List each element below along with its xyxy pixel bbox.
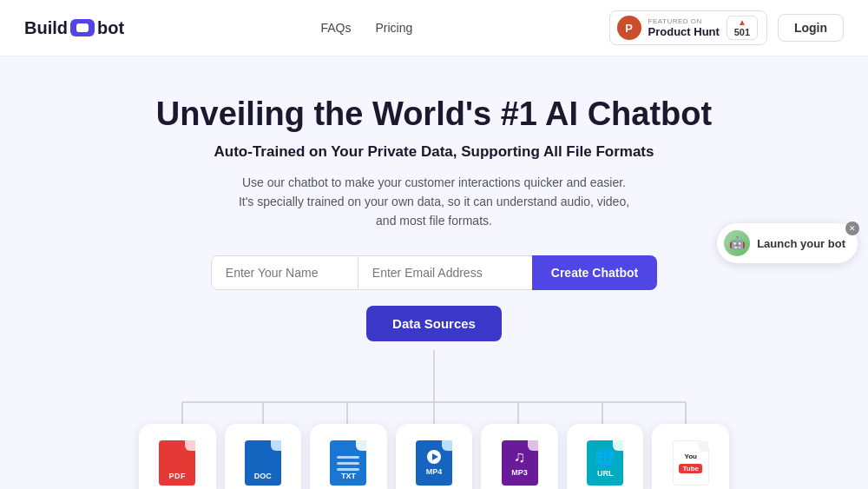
pdf-icon: PDF — [154, 437, 201, 489]
create-chatbot-button[interactable]: Create Chatbot — [532, 255, 657, 290]
mp4-play-icon — [427, 450, 441, 464]
ph-name: Product Hunt — [648, 25, 720, 38]
ph-arrow-icon: ▲ — [738, 18, 746, 27]
name-input[interactable] — [211, 255, 358, 290]
email-input[interactable] — [358, 255, 532, 290]
txt-icon-body: TXT — [330, 440, 366, 486]
product-hunt-badge[interactable]: P FEATURED ON Product Hunt ▲ 501 — [609, 10, 767, 45]
navbar: Buildbot FAQs Pricing P FEATURED ON Prod… — [0, 0, 868, 56]
ph-logo: P — [617, 16, 641, 40]
url-icon: 🌐 URL — [582, 437, 628, 489]
url-globe-icon: 🌐 — [595, 448, 615, 467]
yt-icon-body: You Tube — [673, 440, 709, 486]
mp3-icon-body: ♫ MP3 — [502, 440, 538, 486]
url-label: URL — [597, 469, 614, 478]
logo: Buildbot — [24, 18, 124, 38]
doc-icon-body: DOC — [245, 440, 281, 486]
txt-line-1 — [337, 456, 359, 459]
launch-bot-close-icon[interactable]: ✕ — [845, 221, 859, 235]
mp3-card: ♫ MP3 — [481, 424, 558, 489]
launch-bot-widget[interactable]: 🤖 Launch your bot ✕ — [717, 223, 858, 263]
txt-line-2 — [337, 462, 359, 465]
nav-links: FAQs Pricing — [320, 21, 412, 35]
doc-card: DOC — [225, 424, 302, 489]
mp3-label: MP3 — [511, 468, 528, 477]
cta-form: Create Chatbot — [17, 255, 851, 290]
pdf-card: PDF — [139, 424, 216, 489]
txt-icon: TXT — [325, 437, 372, 489]
ph-featured-text: FEATURED ON — [648, 17, 720, 25]
txt-lines — [337, 456, 359, 474]
pdf-label: PDF — [169, 472, 187, 480]
logo-bot: bot — [97, 18, 124, 38]
txt-card: TXT — [310, 424, 387, 489]
txt-line-3 — [337, 468, 359, 471]
ph-votes: ▲ 501 — [727, 16, 758, 40]
pdf-icon-body: PDF — [159, 440, 195, 486]
mp3-note-icon: ♫ — [514, 448, 526, 466]
logo-build: Build — [24, 18, 68, 38]
ph-vote-count: 501 — [734, 27, 750, 37]
mp4-card: MP4 — [396, 424, 473, 489]
login-button[interactable]: Login — [778, 14, 844, 42]
tree-container: PDF DOC — [0, 350, 868, 489]
mp4-icon-body: MP4 — [416, 440, 452, 486]
hero-heading: Unveiling the World's #1 AI Chatbot — [17, 95, 851, 135]
ph-text-block: FEATURED ON Product Hunt — [648, 17, 720, 38]
youtube-card: You Tube — [652, 424, 729, 489]
logo-icon — [70, 19, 95, 36]
youtube-icon: You Tube — [667, 437, 714, 489]
nav-link-pricing[interactable]: Pricing — [375, 21, 412, 35]
data-sources-button[interactable]: Data Sources — [366, 306, 502, 341]
hero-section: Unveiling the World's #1 AI Chatbot Auto… — [0, 56, 868, 350]
url-card: 🌐 URL — [567, 424, 644, 489]
nav-link-faqs[interactable]: FAQs — [320, 21, 351, 35]
mp4-icon: MP4 — [411, 437, 457, 489]
yt-tube-label: Tube — [679, 464, 702, 473]
hero-description: Use our chatbot to make your customer in… — [234, 173, 634, 231]
doc-icon: DOC — [240, 437, 286, 489]
launch-bot-avatar: 🤖 — [724, 230, 750, 256]
launch-bot-label: Launch your bot — [757, 237, 845, 250]
mp3-icon: ♫ MP3 — [496, 437, 543, 489]
data-sources-section: PDF DOC — [0, 350, 868, 489]
yt-you-label: You — [684, 453, 697, 460]
doc-label: DOC — [254, 472, 272, 480]
url-icon-body: 🌐 URL — [587, 440, 623, 486]
nav-right: P FEATURED ON Product Hunt ▲ 501 Login — [609, 10, 844, 45]
hero-subheading: Auto-Trained on Your Private Data, Suppo… — [17, 143, 851, 161]
file-icons-row: PDF DOC — [139, 424, 729, 489]
mp4-label: MP4 — [426, 467, 443, 476]
